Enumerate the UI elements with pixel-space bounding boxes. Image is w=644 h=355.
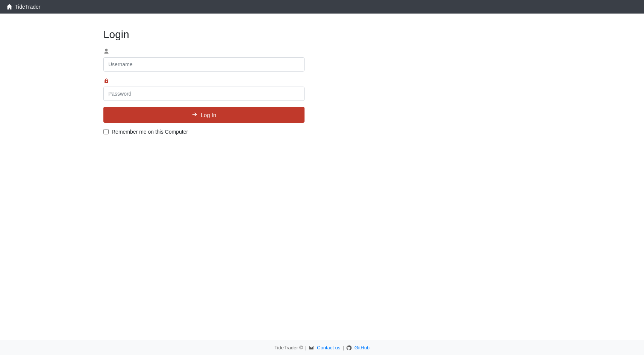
password-input[interactable]: [103, 87, 305, 101]
lock-icon: [103, 78, 305, 85]
footer: TideTrader © | Contact us | GitHub: [0, 340, 644, 355]
footer-copyright: TideTrader ©: [274, 345, 303, 350]
username-field-group: [103, 48, 305, 72]
login-button[interactable]: Log In: [103, 107, 305, 123]
email-icon: [309, 345, 314, 350]
main-content: Login: [0, 14, 644, 340]
github-link[interactable]: GitHub: [355, 345, 370, 350]
house-icon: [6, 3, 13, 10]
remember-label[interactable]: Remember me on this Computer: [112, 129, 188, 135]
username-input[interactable]: [103, 57, 305, 72]
remember-checkbox[interactable]: [103, 129, 109, 134]
brand-link[interactable]: TideTrader: [6, 3, 40, 10]
github-icon: [346, 345, 352, 350]
footer-separator-2: |: [342, 345, 344, 350]
footer-separator-1: |: [305, 345, 306, 350]
contact-us-link[interactable]: Contact us: [317, 345, 340, 350]
password-field-group: [103, 78, 305, 101]
login-button-label: Log In: [201, 112, 217, 118]
remember-group: Remember me on this Computer: [103, 129, 305, 135]
user-icon: [103, 48, 305, 56]
navbar: TideTrader: [0, 0, 644, 14]
login-arrow-icon: [192, 111, 198, 119]
page-title: Login: [103, 29, 129, 41]
login-form: Log In Remember me on this Computer: [103, 48, 305, 135]
brand-name: TideTrader: [15, 4, 40, 10]
